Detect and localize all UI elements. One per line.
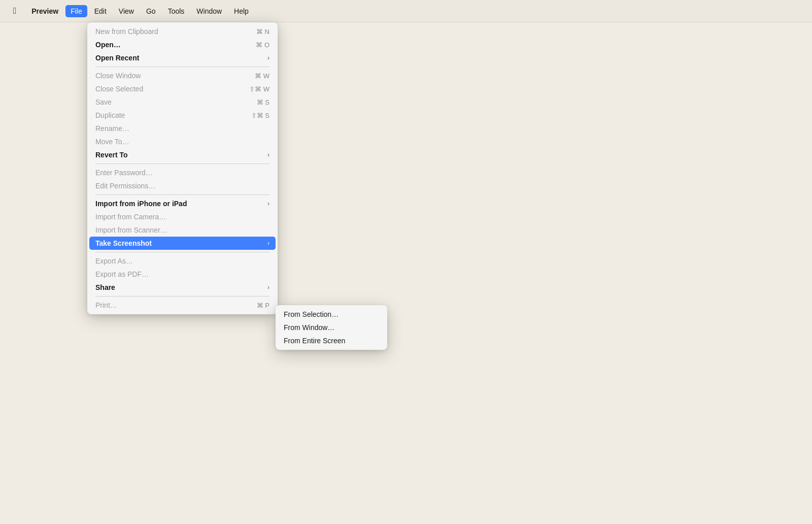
menu-item-share[interactable]: Share › [87,281,278,294]
submenu-item-from-selection[interactable]: From Selection… [276,308,387,321]
file-menu: New from Clipboard ⌘ N Open… ⌘ O Open Re… [87,22,278,314]
menu-item-import-scanner[interactable]: Import from Scanner… [87,223,278,237]
menu-item-open[interactable]: Open… ⌘ O [87,38,278,51]
chevron-right-icon: › [267,200,269,207]
menu-item-rename[interactable]: Rename… [87,122,278,135]
apple-menu[interactable]:  [8,4,21,18]
menu-item-export-as[interactable]: Export As… [87,254,278,268]
submenu-item-from-window[interactable]: From Window… [276,321,387,334]
separator-1 [95,67,269,67]
menubar-item-help[interactable]: Help [229,5,254,17]
chevron-right-icon: › [267,240,269,247]
separator-4 [95,252,269,252]
menu-item-move-to[interactable]: Move To… [87,135,278,148]
menu-item-take-screenshot[interactable]: Take Screenshot › [89,237,276,250]
menu-item-revert-to[interactable]: Revert To › [87,148,278,161]
menu-item-print[interactable]: Print… ⌘ P [87,299,278,312]
submenu-item-from-entire-screen[interactable]: From Entire Screen [276,334,387,347]
menu-item-new-from-clipboard[interactable]: New from Clipboard ⌘ N [87,25,278,38]
menu-item-enter-password[interactable]: Enter Password… [87,166,278,179]
menu-item-save[interactable]: Save ⌘ S [87,95,278,109]
chevron-right-icon: › [267,284,269,291]
menubar-item-preview[interactable]: Preview [26,5,63,17]
menu-item-export-as-pdf[interactable]: Export as PDF… [87,268,278,281]
menu-item-open-recent[interactable]: Open Recent › [87,51,278,64]
take-screenshot-submenu: From Selection… From Window… From Entire… [276,305,387,350]
chevron-right-icon: › [267,54,269,61]
menu-item-close-selected[interactable]: Close Selected ⇧⌘ W [87,82,278,95]
menubar-item-window[interactable]: Window [191,5,227,17]
separator-2 [95,163,269,164]
separator-5 [95,296,269,297]
chevron-right-icon: › [267,151,269,158]
menu-item-import-camera[interactable]: Import from Camera… [87,210,278,223]
menubar-item-file[interactable]: File [65,5,87,17]
menubar:  Preview File Edit View Go Tools Window… [0,0,812,22]
menubar-item-view[interactable]: View [114,5,139,17]
menu-item-close-window[interactable]: Close Window ⌘ W [87,69,278,82]
menubar-item-tools[interactable]: Tools [163,5,190,17]
menubar-item-go[interactable]: Go [141,5,161,17]
separator-3 [95,194,269,195]
menu-item-edit-permissions[interactable]: Edit Permissions… [87,179,278,192]
menubar-item-edit[interactable]: Edit [89,5,112,17]
menu-item-import-iphone-ipad[interactable]: Import from iPhone or iPad › [87,197,278,210]
menu-item-duplicate[interactable]: Duplicate ⇧⌘ S [87,109,278,122]
